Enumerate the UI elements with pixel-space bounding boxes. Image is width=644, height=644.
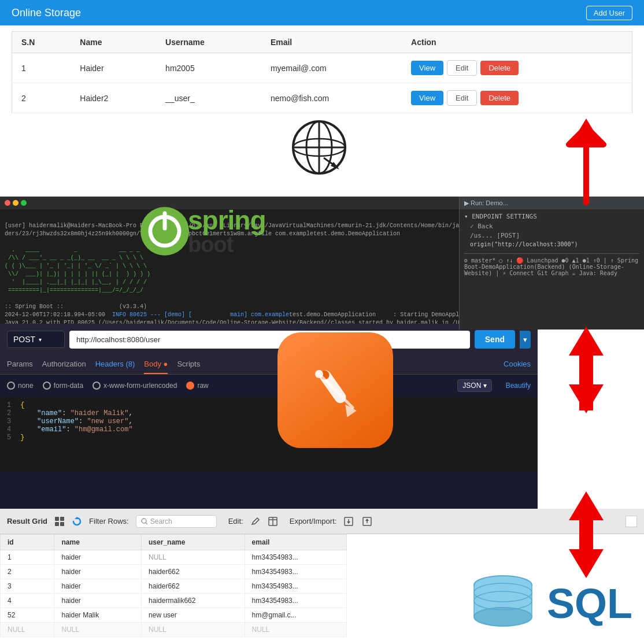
terminal-close-dot xyxy=(5,200,10,206)
send-dropdown-button[interactable]: ▾ xyxy=(520,331,531,349)
database-cylinder-icon xyxy=(468,575,538,632)
svg-marker-30 xyxy=(347,521,350,524)
globe-icon xyxy=(284,113,360,188)
db-table-row: 4 haider haidermalik662 hm34354983... xyxy=(1,594,347,608)
checkbox-icon[interactable] xyxy=(626,516,637,527)
method-select[interactable]: POST ▾ xyxy=(7,331,65,348)
sql-text-label: SQL xyxy=(547,580,632,627)
add-user-button[interactable]: Add User xyxy=(586,6,632,20)
svg-rect-19 xyxy=(60,517,64,521)
export-import-label: Export/Import: xyxy=(290,517,337,525)
cell-email: nemo@fish.com xyxy=(261,83,402,113)
import-icon[interactable] xyxy=(362,516,372,527)
code-line-3: 3 "userName": "new user", xyxy=(7,417,531,425)
ide-status-bar: ⚙ master* ○ ↑↓ 🔴 Launchpad ●0 ▲1 ●1 ↑0 |… xyxy=(464,253,639,276)
svg-point-36 xyxy=(474,608,532,626)
api-tabs: Params Authorization Headers (8) Body ● … xyxy=(0,355,538,375)
edit-icon[interactable] xyxy=(250,516,261,527)
api-toolbar: POST ▾ Send ▾ xyxy=(0,324,538,355)
code-line-1: 1{ xyxy=(7,401,531,409)
radio-urlencoded[interactable]: x-www-form-urlencoded xyxy=(92,382,177,390)
tab-params[interactable]: Params xyxy=(7,355,33,374)
search-label: Search xyxy=(150,517,172,525)
edit-label: Edit: xyxy=(228,517,243,525)
spring-boot-logo: spring boot xyxy=(139,205,266,257)
delete-button[interactable]: Delete xyxy=(480,91,519,105)
delete-button[interactable]: Delete xyxy=(480,61,519,75)
cell-id: 1 xyxy=(1,550,54,565)
db-table-row: 2 haider haider662 hm34354983... xyxy=(1,565,347,579)
send-button[interactable]: Send xyxy=(475,330,515,349)
arrow-up-1-icon xyxy=(552,116,621,208)
result-grid-label: Result Grid xyxy=(7,517,47,525)
beautify-button[interactable]: Beautify xyxy=(506,382,531,390)
radio-raw[interactable]: raw xyxy=(186,382,208,390)
cell-username: new user xyxy=(142,608,245,623)
svg-marker-43 xyxy=(569,549,604,578)
radio-form-data-label: form-data xyxy=(54,382,83,390)
radio-form-data[interactable]: form-data xyxy=(43,382,83,390)
view-button[interactable]: View xyxy=(411,91,443,105)
tab-body[interactable]: Body ● xyxy=(144,355,168,374)
cell-username: haider662 xyxy=(142,579,245,594)
tab-authorization[interactable]: Authorization xyxy=(42,355,86,374)
code-editor[interactable]: 1{ 2 "name": "haider Malik", 3 "userName… xyxy=(0,397,538,472)
db-table-row: 3 haider haider662 hm34354983... xyxy=(1,579,347,594)
edit-button[interactable]: Edit xyxy=(447,90,477,106)
code-line-5: 5} xyxy=(7,434,531,442)
cell-null-3: NULL xyxy=(142,623,245,637)
svg-marker-17 xyxy=(569,384,604,413)
radio-urlencoded-label: x-www-form-urlencoded xyxy=(103,382,177,390)
radio-none[interactable]: none xyxy=(7,382,34,390)
search-box[interactable]: Search xyxy=(136,515,217,528)
cell-null-4: NULL xyxy=(245,623,346,637)
cell-email: hm34354983... xyxy=(245,565,346,579)
method-chevron-icon: ▾ xyxy=(39,336,42,343)
tab-headers[interactable]: Headers (8) xyxy=(95,355,135,374)
users-table-container: S.N Name Username Email Action 1 Haider … xyxy=(0,25,644,119)
cell-id: 52 xyxy=(1,608,54,623)
cell-id: 3 xyxy=(1,579,54,594)
col-name: Name xyxy=(71,32,156,53)
cell-email: hm34354983... xyxy=(245,594,346,608)
col-email: email xyxy=(245,535,346,550)
svg-rect-18 xyxy=(55,517,59,521)
svg-marker-15 xyxy=(569,327,604,356)
search-icon xyxy=(141,518,148,525)
mysql-toolbar: Result Grid Filter Rows: Search Edit: xyxy=(0,509,644,534)
radio-form-data-circle xyxy=(43,382,51,390)
radio-none-label: none xyxy=(18,382,34,390)
url-input[interactable] xyxy=(69,331,470,349)
tab-scripts[interactable]: Scripts xyxy=(177,355,200,374)
svg-rect-21 xyxy=(60,522,64,526)
refresh-icon[interactable] xyxy=(72,516,82,527)
db-table-row: 1 haider NULL hm34354983... xyxy=(1,550,347,565)
terminal-max-dot xyxy=(21,200,27,206)
app-header: Online Storage Add User xyxy=(0,0,644,25)
cell-email: myemail@.com xyxy=(261,53,402,83)
cell-email: hm34354983... xyxy=(245,579,346,594)
code-line-4: 4 "email": "hm@gmail.com" xyxy=(7,425,531,434)
table-row: 2 Haider2 __user_ nemo@fish.com View Edi… xyxy=(12,83,632,113)
ide-status-text: ⚙ master* ○ ↑↓ 🔴 Launchpad ●0 ▲1 ●1 ↑0 |… xyxy=(464,257,639,276)
cell-name: Haider xyxy=(71,53,156,83)
svg-line-24 xyxy=(146,523,147,524)
cell-null-2: NULL xyxy=(54,623,142,637)
edit-button[interactable]: Edit xyxy=(447,60,477,76)
grid-icon[interactable] xyxy=(54,516,65,527)
ide-post-item: /us... [POST] xyxy=(464,232,639,239)
json-format-select[interactable]: JSON ▾ xyxy=(457,379,491,392)
cell-sn: 2 xyxy=(12,83,71,113)
col-action: Action xyxy=(402,32,632,53)
export-icon[interactable] xyxy=(343,516,354,527)
app-title: Online Storage xyxy=(12,7,81,19)
table-icon[interactable] xyxy=(268,516,278,527)
ide-back-item: ✓ Back xyxy=(464,223,639,230)
radio-raw-circle xyxy=(186,382,194,390)
svg-marker-6 xyxy=(569,119,604,147)
view-button[interactable]: View xyxy=(411,61,443,75)
radio-raw-label: raw xyxy=(197,382,208,390)
arrow-up-2-icon xyxy=(552,324,621,416)
cookies-button[interactable]: Cookies xyxy=(504,355,531,374)
radio-none-circle xyxy=(7,382,15,390)
